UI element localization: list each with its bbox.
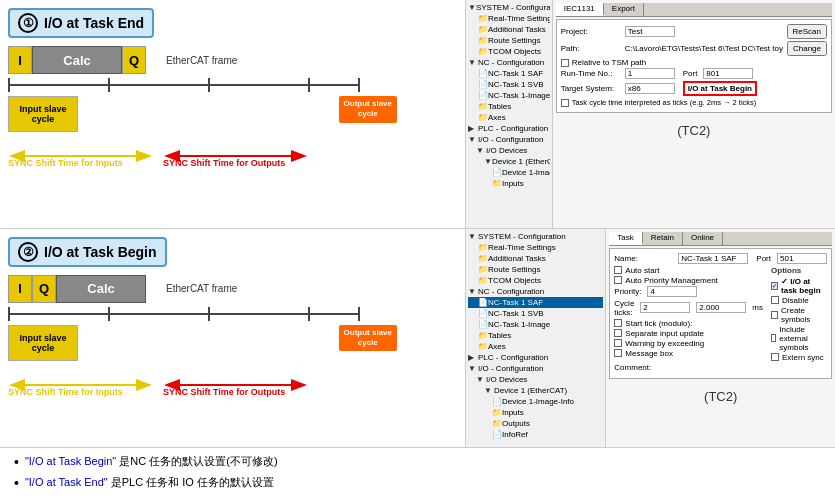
runtime-label: Run-Time No.: [561,69,621,78]
form-row-target: Target System: x86 I/O at Task Begin [561,81,827,96]
b-tree-item-realtime[interactable]: 📁Real-Time Settings [468,242,603,253]
b-tree-item-inputs[interactable]: 📁Inputs [468,407,603,418]
tree-item-axes[interactable]: 📁Axes [468,112,550,123]
b-tree-item-tables[interactable]: 📁Tables [468,330,603,341]
top-title-badge: ① I/O at Task End [8,8,154,38]
form-row-runtime: Run-Time No.: 1 Port 801 [561,68,827,79]
b-tree-item-iodevices[interactable]: ▼I/O Devices [468,374,603,385]
tab-iec1131[interactable]: IEC1131 [556,3,604,16]
tree-item-nc[interactable]: ▼NC - Configuration [468,57,550,68]
disable-checkbox[interactable] [771,296,779,304]
b-tree-item-device1info[interactable]: 📄Device 1-Image-Info [468,396,603,407]
tree-item-plc[interactable]: ▶PLC - Configuration [468,123,550,134]
b-message-row: Message box [614,349,763,358]
separate-checkbox[interactable] [614,329,622,337]
options-label: Options [771,266,801,275]
createsymbols-checkbox[interactable] [771,311,778,319]
top-slave-area: Input slave cycle Output slave cycle [8,96,457,144]
bottom-tabs-bar: Task Retain Online [609,232,832,246]
bottom-block-i: I [8,275,32,303]
tree-item-addtasks[interactable]: 📁Additional Tasks [468,24,550,35]
tab-retain[interactable]: Retain [643,232,683,245]
b-tree-item-axes[interactable]: 📁Axes [468,341,603,352]
tree-item-device1info[interactable]: 📄Device 1-Image-Info [468,167,550,178]
externsync-checkbox[interactable] [771,353,779,361]
b-tree-item-nctask1img[interactable]: 📄NC-Task 1-Image [468,319,603,330]
b-tree-item-system[interactable]: ▼SYSTEM - Configuration [468,231,603,242]
autostart-checkbox[interactable] [614,266,622,274]
b-tree-item-tcom[interactable]: 📁TCOM Objects [468,275,603,286]
b-tree-item-nctask1svb[interactable]: 📄NC-Task 1 SVB [468,308,603,319]
taskcycle-label: Task cycle time interpreted as ticks (e.… [572,98,757,107]
bottom-block-calc: Calc [56,275,146,303]
b-tree-item-outputs[interactable]: 📁Outputs [468,418,603,429]
top-right-inner: ▼SYSTEM - Configuration 📁Real-Time Setti… [466,0,835,228]
bullet-row-1: • "I/O at Task Begin" 是NC 任务的默认设置(不可修改) [14,454,821,471]
bottom-input-slave-box: Input slave cycle [8,325,78,361]
bottom-title-text: I/O at Task Begin [44,244,157,260]
b-tree-item-plc[interactable]: ▶PLC - Configuration [468,352,603,363]
change-button[interactable]: Change [787,41,827,56]
b-tree-item-device1[interactable]: ▼Device 1 (EtherCAT) [468,385,603,396]
bottom-frame-line-container [8,307,457,321]
path-value: C:\Lavoro\ETG\Tests\Test 6\Test DC\Test … [625,44,783,53]
message-checkbox[interactable] [614,349,622,357]
b-tree-item-addtasks[interactable]: 📁Additional Tasks [468,253,603,264]
bottom-title-badge: ② I/O at Task Begin [8,237,167,267]
rescan-button[interactable]: ReScan [787,24,827,39]
b-tree-item-ioconfig[interactable]: ▼I/O - Configuration [468,363,603,374]
b-options-row: Auto start Auto Priority Management Prio… [614,266,827,363]
tree-item-route[interactable]: 📁Route Settings [468,35,550,46]
autostart-label: Auto start [625,266,659,275]
starttick-checkbox[interactable] [614,319,622,327]
relative-checkbox[interactable] [561,59,569,67]
taskcycle-checkbox[interactable] [561,99,569,107]
bottom-tick-5 [358,307,360,321]
top-tick-5 [358,78,360,92]
bottom-circle-num: ② [18,242,38,262]
tree-item-iodevices[interactable]: ▼I/O Devices [468,145,550,156]
tree-item-system[interactable]: ▼SYSTEM - Configuration [468,2,550,13]
top-calc-bar: I Calc Q EtherCAT frame [8,46,457,74]
tab-task[interactable]: Task [609,232,642,245]
bullet2-quote: "I/O at Task End" [25,476,108,488]
autopriority-checkbox[interactable] [614,276,622,284]
tree-item-nctask1saf[interactable]: 📄NC-Task 1 SAF [468,68,550,79]
b-right-options: Options ✓ ✓ I/O at task begin Disable [771,266,827,363]
tree-item-realtime[interactable]: 📁Real-Time Settings [468,13,550,24]
tree-item-device1[interactable]: ▼Device 1 (EtherCAT) [468,156,550,167]
bottom-ethercat-label: EtherCAT frame [166,283,237,294]
top-right-panel: ▼SYSTEM - Configuration 📁Real-Time Setti… [465,0,835,228]
b-disable-row: Disable [771,296,827,305]
top-config-form: Project: Test ReScan Path: C:\Lavoro\ETG… [556,19,832,113]
tree-item-tcom[interactable]: 📁TCOM Objects [468,46,550,57]
b-tree-item-nc[interactable]: ▼NC - Configuration [468,286,603,297]
bottom-right-panel: ▼SYSTEM - Configuration 📁Real-Time Setti… [465,229,835,448]
project-value: Test [625,26,675,37]
b-starttick-row: Start tick (modulo): [614,319,763,328]
bullet1-quote: "I/O at Task Begin" [25,455,116,467]
b-tree-item-route[interactable]: 📁Route Settings [468,264,603,275]
bottom-tick-3 [208,307,210,321]
top-ethercat-label: EtherCAT frame [166,55,237,66]
autopriority-label: Auto Priority Management [625,276,718,285]
iotaskbegin-checkbox[interactable]: ✓ [771,282,778,290]
warning-checkbox[interactable] [614,339,622,347]
bottom-section: ② I/O at Task Begin I Q Calc EtherCAT fr… [0,229,835,448]
b-includeexternal-row: Include external symbols [771,325,827,352]
tab-export[interactable]: Export [604,3,644,16]
tree-item-nctask1svb[interactable]: 📄NC-Task 1 SVB [468,79,550,90]
top-input-slave-box: Input slave cycle [8,96,78,132]
top-output-slave-badge: Output slave cycle [339,96,397,123]
form-row-project: Project: Test ReScan [561,24,827,39]
tree-item-tables[interactable]: 📁Tables [468,101,550,112]
includeexternal-checkbox[interactable] [771,334,776,342]
tree-item-ioconfig[interactable]: ▼I/O - Configuration [468,134,550,145]
b-autopriority-row: Auto Priority Management [614,276,763,285]
tab-online[interactable]: Online [683,232,723,245]
tree-item-inputs[interactable]: 📁Inputs [468,178,550,189]
b-tree-item-nctask1saf[interactable]: 📄NC-Task 1 SAF [468,297,603,308]
top-frame-line-container [8,78,457,92]
tree-item-nctask1img[interactable]: 📄NC-Task 1-Image [468,90,550,101]
b-tree-item-inforef[interactable]: 📄InfoRef [468,429,603,440]
